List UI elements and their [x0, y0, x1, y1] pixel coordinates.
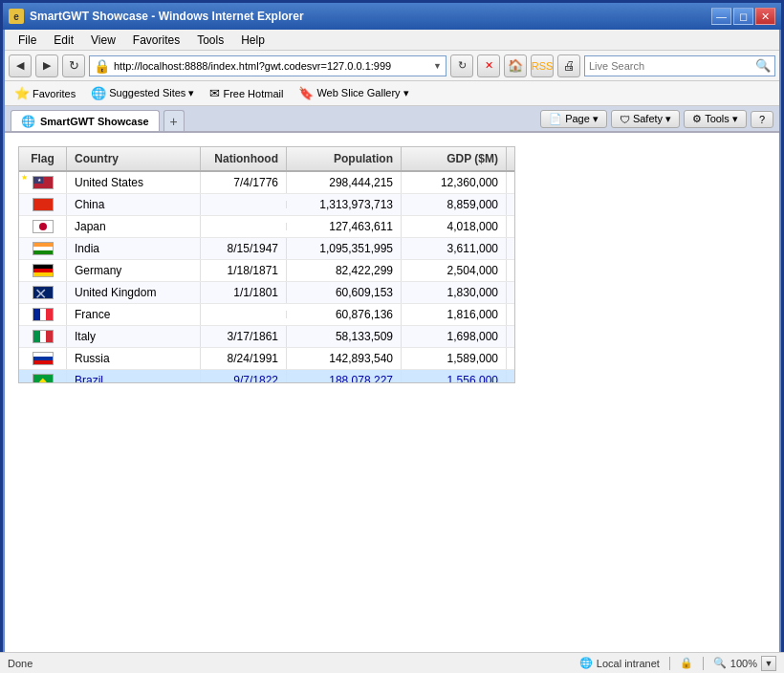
ie-main: File Edit View Favorites Tools Help ◀ ▶ …: [3, 30, 781, 673]
col-header-country[interactable]: Country: [67, 147, 201, 170]
menu-view[interactable]: View: [83, 32, 123, 49]
minimize-button[interactable]: —: [711, 8, 731, 25]
tools-button[interactable]: ⚙ Tools ▾: [684, 110, 747, 128]
zone-icon: 🌐: [579, 657, 593, 669]
cell-gdp: 1,556,000: [402, 370, 507, 382]
table-row[interactable]: Germany 1/18/1871 82,422,299 2,504,000: [19, 260, 514, 282]
address-input[interactable]: [114, 60, 433, 72]
tools-icon: ⚙: [692, 113, 702, 125]
table-row[interactable]: Brazil 9/7/1822 188,078,227 1,556,000: [19, 370, 514, 382]
cell-country: India: [67, 238, 201, 259]
print-button[interactable]: 🖨: [557, 54, 580, 77]
table-row[interactable]: United Kingdom 1/1/1801 60,609,153 1,830…: [19, 282, 514, 304]
col-header-nationhood[interactable]: Nationhood: [201, 147, 287, 170]
table-row[interactable]: Italy 3/17/1861 58,133,509 1,698,000: [19, 326, 514, 348]
divider2: [703, 657, 704, 670]
zoom-dropdown[interactable]: ▼: [761, 656, 776, 671]
zoom-label: 100%: [730, 658, 757, 669]
back-button[interactable]: ◀: [9, 54, 32, 77]
cell-flag: [19, 260, 67, 281]
cell-flag: [19, 282, 67, 303]
col-header-flag[interactable]: Flag: [19, 147, 67, 170]
safety-icon: 🛡: [620, 114, 630, 125]
table-row[interactable]: China 1,313,973,713 8,859,000: [19, 194, 514, 216]
table-row[interactable]: United States 7/4/1776 298,444,215 12,36…: [19, 172, 514, 194]
cell-population: 298,444,215: [287, 172, 402, 193]
cell-nationhood: 3/17/1861: [201, 326, 287, 347]
refresh-page-button[interactable]: ↻: [450, 54, 473, 77]
search-input[interactable]: [589, 60, 755, 72]
favorites-button[interactable]: ⭐ Favorites: [11, 84, 79, 102]
hotmail-label: Free Hotmail: [223, 88, 283, 99]
cell-gdp: 3,611,000: [402, 238, 507, 259]
cell-country: China: [67, 194, 201, 215]
page-icon: 📄: [549, 113, 562, 125]
title-bar-controls: — ◻ ✕: [711, 8, 775, 25]
menu-tools[interactable]: Tools: [189, 32, 231, 49]
title-bar: e SmartGWT Showcase - Windows Internet E…: [3, 3, 781, 30]
address-box[interactable]: 🔒 ▼: [89, 55, 446, 76]
menu-edit[interactable]: Edit: [46, 32, 81, 49]
cell-flag: [19, 194, 67, 215]
favorites-label: Favorites: [33, 88, 76, 99]
restore-button[interactable]: ◻: [733, 8, 753, 25]
cell-gdp: 1,698,000: [402, 326, 507, 347]
cell-nationhood: [201, 201, 287, 208]
webslice-label: Web Slice Gallery ▾: [316, 87, 408, 99]
page-button[interactable]: 📄 Page ▾: [540, 110, 607, 128]
col-header-gdp[interactable]: GDP ($M): [402, 147, 507, 170]
content-area: Flag Country Nationhood Population GDP (…: [5, 133, 779, 673]
address-security-icon: 🔒: [94, 58, 110, 74]
cell-country: Japan: [67, 216, 201, 237]
cell-country: Italy: [67, 326, 201, 347]
protected-mode: 🔒: [680, 657, 693, 669]
cell-gdp: 1,830,000: [402, 282, 507, 303]
email-icon: ✉: [209, 86, 220, 100]
forward-button[interactable]: ▶: [35, 54, 58, 77]
title-bar-left: e SmartGWT Showcase - Windows Internet E…: [9, 9, 304, 24]
menu-favorites[interactable]: Favorites: [125, 32, 187, 49]
zoom-control: 🔍 100% ▼: [713, 656, 776, 671]
rss-button[interactable]: RSS: [531, 54, 554, 77]
webslice-link[interactable]: 🔖 Web Slice Gallery ▾: [294, 84, 412, 102]
refresh-button[interactable]: ↻: [62, 54, 85, 77]
tab-icon: 🌐: [21, 115, 35, 128]
table-row[interactable]: France 60,876,136 1,816,000: [19, 304, 514, 326]
table-row[interactable]: Japan 127,463,611 4,018,000: [19, 216, 514, 238]
zoom-icon: 🔍: [713, 657, 727, 669]
tab-smartgwt[interactable]: 🌐 SmartGWT Showcase: [11, 110, 160, 131]
table-row[interactable]: India 8/15/1947 1,095,351,995 3,611,000: [19, 238, 514, 260]
cell-nationhood: [201, 223, 287, 230]
safety-button[interactable]: 🛡 Safety ▾: [611, 110, 680, 128]
cell-nationhood: 1/18/1871: [201, 260, 287, 281]
window-title: SmartGWT Showcase - Windows Internet Exp…: [30, 10, 304, 23]
cell-population: 188,078,227: [287, 370, 402, 382]
address-dropdown-icon[interactable]: ▼: [433, 61, 442, 71]
table-row[interactable]: Russia 8/24/1991 142,893,540 1,589,000: [19, 348, 514, 370]
menu-help[interactable]: Help: [233, 32, 272, 49]
cell-country: United Kingdom: [67, 282, 201, 303]
menu-file[interactable]: File: [11, 32, 44, 49]
suggested-sites-link[interactable]: 🌐 Suggested Sites ▾: [87, 84, 198, 102]
cell-flag: [19, 216, 67, 237]
help-button[interactable]: ?: [751, 111, 773, 128]
cell-country: Germany: [67, 260, 201, 281]
close-button[interactable]: ✕: [755, 8, 775, 25]
cell-gdp: 4,018,000: [402, 216, 507, 237]
zone-label: Local intranet: [597, 658, 660, 669]
status-bar: Done 🌐 Local intranet 🔒 🔍 100% ▼: [0, 652, 784, 673]
cell-gdp: 1,589,000: [402, 348, 507, 369]
hotmail-link[interactable]: ✉ Free Hotmail: [206, 84, 287, 102]
data-grid: Flag Country Nationhood Population GDP (…: [18, 146, 515, 383]
col-header-population[interactable]: Population: [287, 147, 402, 170]
new-tab-button[interactable]: +: [163, 110, 185, 131]
cell-population: 58,133,509: [287, 326, 402, 347]
search-box[interactable]: 🔍: [584, 55, 775, 76]
stop-button[interactable]: ✕: [477, 54, 500, 77]
search-icon[interactable]: 🔍: [755, 58, 771, 73]
ie-icon: 🌐: [91, 86, 106, 100]
cell-flag: [19, 304, 67, 325]
cell-gdp: 1,816,000: [402, 304, 507, 325]
home-button[interactable]: 🏠: [504, 54, 527, 77]
cell-country: France: [67, 304, 201, 325]
